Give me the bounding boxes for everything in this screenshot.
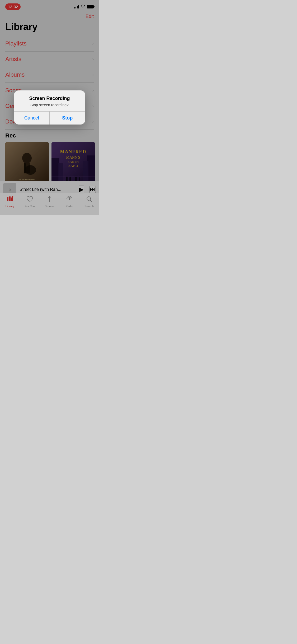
screen-recording-modal: Screen Recording Stop screen recording? … <box>14 90 85 125</box>
modal-title: Screen Recording <box>18 96 81 101</box>
modal-content: Screen Recording Stop screen recording? <box>14 90 85 111</box>
modal-stop-button[interactable]: Stop <box>50 112 85 125</box>
modal-buttons: Cancel Stop <box>14 112 85 125</box>
modal-cancel-button[interactable]: Cancel <box>14 112 50 125</box>
modal-message: Stop screen recording? <box>18 103 81 107</box>
modal-overlay: Screen Recording Stop screen recording? … <box>0 0 99 215</box>
